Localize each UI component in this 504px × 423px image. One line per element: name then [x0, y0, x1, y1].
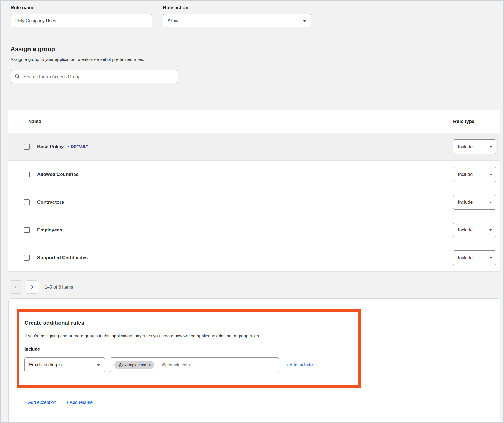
- rule-name-label: Rule name: [11, 5, 152, 11]
- rule-type-value: Include: [458, 227, 473, 233]
- group-name: Allowed Countries: [37, 172, 79, 177]
- group-name: Supported Certificates: [37, 255, 88, 261]
- rule-type-select[interactable]: Include: [453, 250, 496, 265]
- table-row: Employees Include: [8, 216, 500, 244]
- rule-type-select[interactable]: Include: [453, 195, 496, 210]
- chevron-left-icon: [13, 285, 18, 289]
- rule-type-value: Include: [458, 200, 473, 205]
- search-icon: [15, 74, 20, 79]
- badge-label: DEFAULT: [71, 145, 88, 149]
- pagination: 1–5 of 6 items: [9, 280, 73, 294]
- chevron-down-icon: [97, 364, 100, 366]
- group-name: Employees: [37, 227, 62, 233]
- rule-action-select[interactable]: Allow: [163, 14, 311, 27]
- email-domain-tag-input[interactable]: @example.com ×: [110, 357, 279, 372]
- rule-type-value: Include: [458, 144, 473, 149]
- table-header: Name Rule type: [8, 110, 500, 133]
- chevron-down-icon: [303, 20, 306, 22]
- rule-form: Rule name Rule action Allow: [11, 5, 311, 27]
- email-domain-input[interactable]: [162, 362, 275, 367]
- tag-label: @example.com: [118, 363, 146, 367]
- column-header-name: Name: [8, 119, 453, 124]
- include-label: Include: [24, 347, 351, 352]
- rule-action-value: Allow: [168, 18, 178, 23]
- close-icon[interactable]: ×: [149, 363, 151, 367]
- chevron-down-icon: [489, 229, 492, 231]
- rule-name-field-group: Rule name: [11, 5, 152, 27]
- table-row: Allowed Countries Include: [8, 161, 500, 188]
- rule-type-select[interactable]: Include: [453, 139, 496, 154]
- add-exception-link[interactable]: + Add exception: [24, 400, 56, 405]
- email-domain-tag: @example.com ×: [114, 361, 154, 369]
- search-input[interactable]: [23, 74, 174, 79]
- rule-links-row: + Add exception + Add require: [24, 400, 500, 405]
- include-rule-row: Emails ending in @example.com × + Add in…: [24, 357, 351, 372]
- assign-group-heading: Assign a group: [11, 46, 55, 53]
- row-checkbox[interactable]: [24, 144, 30, 150]
- table-row: Supported Certificates Include: [8, 244, 500, 272]
- chevron-right-icon: [30, 285, 34, 289]
- column-header-rule-type: Rule type: [453, 119, 500, 124]
- group-name: Contractors: [37, 200, 64, 205]
- additional-rules-description: If you're assigning one or more groups t…: [24, 333, 351, 338]
- next-page-button[interactable]: [26, 280, 39, 294]
- rule-type-select[interactable]: Include: [453, 167, 496, 182]
- row-checkbox[interactable]: [24, 255, 30, 261]
- pagination-label: 1–5 of 6 items: [44, 284, 73, 290]
- chevron-down-icon: [489, 202, 492, 203]
- additional-rules-card: Create additional rules If you're assign…: [8, 298, 500, 423]
- chevron-down-icon: [489, 257, 492, 259]
- condition-select-value: Emails ending in: [29, 362, 62, 367]
- add-include-link[interactable]: + Add include: [286, 362, 313, 367]
- rule-type-value: Include: [458, 255, 473, 260]
- rule-action-field-group: Rule action Allow: [163, 5, 311, 27]
- row-checkbox[interactable]: [24, 199, 30, 205]
- assign-group-description: Assign a group to your application to en…: [11, 57, 144, 62]
- condition-select[interactable]: Emails ending in: [24, 357, 105, 372]
- row-checkbox[interactable]: [24, 227, 30, 233]
- prev-page-button[interactable]: [9, 280, 22, 294]
- chevron-down-icon: [489, 146, 492, 148]
- table-row: Contractors Include: [8, 188, 500, 216]
- access-group-search[interactable]: [11, 70, 178, 83]
- rule-type-value: Include: [458, 172, 473, 177]
- rule-action-label: Rule action: [163, 5, 311, 11]
- rule-type-select[interactable]: Include: [453, 223, 496, 237]
- access-group-table: Name Rule type Base Policy • DEFAULT Inc…: [8, 110, 500, 272]
- group-name: Base Policy: [37, 144, 64, 150]
- chevron-down-icon: [489, 174, 492, 175]
- badge-bullet: •: [68, 144, 69, 149]
- default-badge: • DEFAULT: [68, 144, 88, 149]
- add-require-link[interactable]: + Add require: [66, 400, 93, 405]
- table-row: Base Policy • DEFAULT Include: [8, 133, 500, 161]
- row-checkbox[interactable]: [24, 172, 30, 177]
- create-additional-rules-highlight: Create additional rules If you're assign…: [17, 309, 361, 388]
- rule-name-input[interactable]: [11, 14, 152, 27]
- additional-rules-heading: Create additional rules: [24, 320, 351, 326]
